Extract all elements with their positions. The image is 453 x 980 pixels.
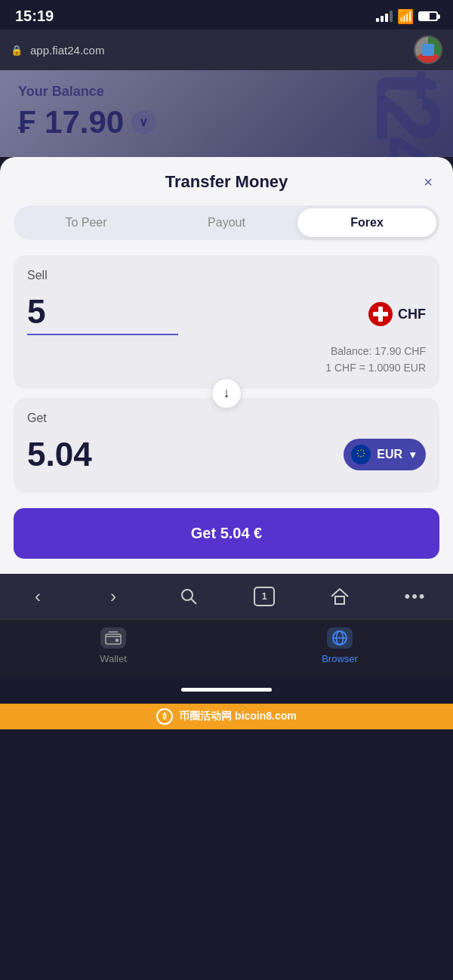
wallet-tab-label: Wallet <box>100 653 127 664</box>
tab-wallet[interactable]: Wallet <box>0 627 226 664</box>
sell-card: Sell CHF Balance: 17.90 CHF 1 CHF = 1.00… <box>14 255 439 389</box>
watermark-text: 币圈活动网 bicoin8.com <box>179 710 297 723</box>
search-button[interactable] <box>170 581 208 612</box>
forward-button[interactable]: › <box>94 581 132 612</box>
get-currency-label: EUR <box>377 448 402 461</box>
get-button-label: Get 5.04 € <box>191 525 263 541</box>
home-icon <box>330 587 350 606</box>
browser-tab-label: Browser <box>322 653 358 664</box>
browser-tab-icon <box>327 627 353 649</box>
svg-line-10 <box>191 599 196 604</box>
svg-point-0 <box>353 446 369 463</box>
watermark-bar: ₿ 币圈活动网 bicoin8.com <box>0 704 453 729</box>
balance-info-line1: Balance: 17.90 CHF <box>27 343 426 359</box>
svg-point-9 <box>182 590 193 600</box>
home-indicator <box>0 676 453 704</box>
home-button[interactable] <box>321 581 359 612</box>
balance-amount: ₣ 17.90 <box>18 104 124 140</box>
get-amount-display: 5.04 <box>27 436 92 473</box>
status-icons: 📶 <box>376 8 438 25</box>
browser-nav-bar: ‹ › 1 ••• <box>0 574 453 619</box>
balance-dropdown-button[interactable] <box>131 110 156 134</box>
sell-label: Sell <box>27 269 426 282</box>
svg-rect-11 <box>335 596 344 604</box>
watermark-logo: ₿ <box>156 708 173 725</box>
transfer-money-modal: Transfer Money × To Peer Payout Forex Se… <box>0 157 453 574</box>
tabs-count-badge: 1 <box>254 587 275 606</box>
url-text: app.fiat24.com <box>30 44 406 57</box>
tab-payout[interactable]: Payout <box>157 208 296 237</box>
get-submit-button[interactable]: Get 5.04 € <box>14 508 439 559</box>
tab-to-peer[interactable]: To Peer <box>17 208 156 237</box>
home-indicator-bar <box>181 688 272 692</box>
eur-chevron-icon: ▾ <box>410 448 415 461</box>
svg-rect-12 <box>106 634 121 644</box>
more-icon: ••• <box>404 587 426 606</box>
sell-balance-info: Balance: 17.90 CHF 1 CHF = 1.0090 EUR <box>27 343 426 377</box>
chf-flag-icon <box>368 302 393 326</box>
arrow-down-icon: ↓ <box>223 385 230 401</box>
lock-icon: 🔒 <box>11 45 23 56</box>
tab-browser[interactable]: Browser <box>226 627 453 664</box>
signal-icon <box>376 11 393 22</box>
transfer-tabs: To Peer Payout Forex <box>14 205 439 240</box>
modal-header: Transfer Money × <box>14 172 439 192</box>
balance-section: t24 Your Balance ₣ 17.90 <box>0 70 453 157</box>
modal-title: Transfer Money <box>165 172 288 192</box>
browser-address-bar[interactable]: 🔒 app.fiat24.com <box>0 29 453 70</box>
back-button[interactable]: ‹ <box>19 581 57 612</box>
battery-icon <box>418 11 438 21</box>
avatar[interactable] <box>414 35 442 64</box>
eur-flag-icon <box>351 445 371 464</box>
arrow-separator: ↓ <box>14 378 439 408</box>
status-bar: 15:19 📶 <box>0 0 453 29</box>
status-time: 15:19 <box>15 8 54 25</box>
tab-forex[interactable]: Forex <box>297 208 436 237</box>
sell-amount-row: CHF <box>27 293 426 335</box>
balance-bg-text: t24 <box>356 70 453 157</box>
sell-currency-badge: CHF <box>368 302 426 326</box>
more-button[interactable]: ••• <box>396 581 434 612</box>
sell-currency-label: CHF <box>398 307 426 322</box>
search-icon <box>180 587 198 606</box>
tabs-button[interactable]: 1 <box>245 581 283 612</box>
app-bottom-bar: Wallet Browser <box>0 619 453 676</box>
get-label: Get <box>27 411 426 425</box>
get-card: Get 5.04 <box>14 398 439 493</box>
eur-currency-selector[interactable]: EUR ▾ <box>344 439 426 470</box>
close-button[interactable]: × <box>417 171 439 193</box>
svg-rect-13 <box>116 639 119 642</box>
wallet-tab-icon <box>100 627 126 649</box>
get-amount-row: 5.04 <box>27 436 426 473</box>
wifi-icon: 📶 <box>397 8 414 25</box>
exchange-cards: Sell CHF Balance: 17.90 CHF 1 CHF = 1.00… <box>14 255 439 493</box>
eu-flag-svg <box>353 446 369 463</box>
swap-direction-button[interactable]: ↓ <box>211 378 242 408</box>
sell-amount-input[interactable] <box>27 293 178 335</box>
balance-info-line2: 1 CHF = 1.0090 EUR <box>27 359 426 376</box>
